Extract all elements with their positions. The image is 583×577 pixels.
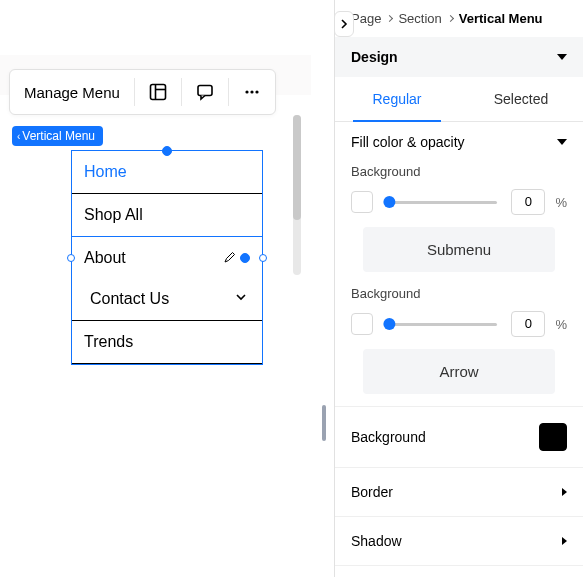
- background-control: 0 %: [351, 189, 567, 215]
- tab-label: Selected: [494, 91, 548, 107]
- color-swatch[interactable]: [351, 313, 373, 335]
- vertical-menu-element[interactable]: Home Shop All About Contact Us Trends: [71, 150, 263, 365]
- menu-item-home[interactable]: Home: [72, 151, 262, 194]
- element-toolbar: Manage Menu: [9, 69, 276, 115]
- slider-knob[interactable]: [383, 196, 395, 208]
- comment-icon[interactable]: [182, 70, 228, 114]
- menu-item-label: About: [84, 249, 126, 267]
- svg-rect-3: [198, 86, 212, 96]
- resize-handle-right[interactable]: [259, 254, 267, 262]
- menu-item-label: Trends: [84, 333, 133, 351]
- edit-pencil-icon[interactable]: [224, 249, 236, 267]
- breadcrumb: Page Section Vertical Menu: [335, 0, 583, 37]
- submenu-background-control: 0 %: [351, 311, 567, 337]
- caret-down-icon: [557, 54, 567, 60]
- element-breadcrumb-badge[interactable]: ‹ Vertical Menu: [12, 126, 103, 146]
- selection-handle[interactable]: [240, 253, 250, 263]
- svg-point-5: [250, 90, 253, 93]
- manage-menu-label: Manage Menu: [24, 84, 120, 101]
- menu-item-contact-us[interactable]: Contact Us: [72, 278, 262, 321]
- tab-selected[interactable]: Selected: [459, 77, 583, 121]
- manage-menu-button[interactable]: Manage Menu: [10, 70, 134, 114]
- design-panel: Page Section Vertical Menu Design Regula…: [335, 0, 583, 577]
- panel-scroll-indicator[interactable]: [322, 405, 326, 441]
- breadcrumb-item[interactable]: Section: [398, 11, 441, 26]
- border-label: Border: [351, 484, 393, 500]
- opacity-slider[interactable]: [387, 201, 497, 204]
- opacity-input[interactable]: 0: [511, 189, 545, 215]
- state-tabs: Regular Selected: [335, 77, 583, 122]
- menu-item-label: Contact Us: [90, 290, 169, 308]
- panel-collapse-button[interactable]: [334, 11, 354, 37]
- percent-label: %: [555, 317, 567, 332]
- fill-color-header[interactable]: Fill color & opacity: [351, 134, 567, 150]
- svg-point-4: [245, 90, 248, 93]
- percent-label: %: [555, 195, 567, 210]
- opacity-slider[interactable]: [387, 323, 497, 326]
- arrow-background-label: Background: [351, 429, 426, 445]
- breadcrumb-item-active[interactable]: Vertical Menu: [459, 11, 543, 26]
- svg-rect-0: [150, 85, 165, 100]
- chevron-down-icon: [234, 290, 248, 308]
- caret-right-icon: [562, 537, 567, 545]
- menu-item-label: Home: [84, 163, 127, 181]
- text-row[interactable]: Text: [335, 566, 583, 577]
- tab-regular[interactable]: Regular: [335, 77, 459, 121]
- color-swatch-black[interactable]: [539, 423, 567, 451]
- chevron-right-icon: [386, 15, 393, 22]
- fill-color-row: Fill color & opacity Background 0 % Subm…: [335, 122, 583, 407]
- editor-canvas[interactable]: Manage Menu ‹ Vertical Menu Home Shop Al…: [0, 0, 318, 577]
- chevron-left-icon: ‹: [17, 131, 20, 142]
- more-icon[interactable]: [229, 70, 275, 114]
- canvas-scrollbar-thumb[interactable]: [293, 115, 301, 220]
- svg-point-6: [255, 90, 258, 93]
- menu-item-label: Shop All: [84, 206, 143, 224]
- menu-item-trends[interactable]: Trends: [72, 321, 262, 364]
- caret-right-icon: [562, 488, 567, 496]
- design-section-header[interactable]: Design: [335, 37, 583, 77]
- opacity-input[interactable]: 0: [511, 311, 545, 337]
- submenu-subheader: Submenu: [363, 227, 555, 272]
- arrow-background-row[interactable]: Background: [335, 407, 583, 468]
- resize-handle-top[interactable]: [162, 146, 172, 156]
- background-label: Background: [351, 286, 567, 301]
- shadow-row[interactable]: Shadow: [335, 517, 583, 566]
- fill-color-label: Fill color & opacity: [351, 134, 465, 150]
- design-section-title: Design: [351, 49, 398, 65]
- layout-icon[interactable]: [135, 70, 181, 114]
- menu-item-shop-all[interactable]: Shop All: [72, 194, 262, 237]
- arrow-subheader: Arrow: [363, 349, 555, 394]
- shadow-label: Shadow: [351, 533, 402, 549]
- color-swatch[interactable]: [351, 191, 373, 213]
- background-label: Background: [351, 164, 567, 179]
- slider-knob[interactable]: [383, 318, 395, 330]
- resize-handle-left[interactable]: [67, 254, 75, 262]
- badge-label: Vertical Menu: [22, 129, 95, 143]
- menu-item-about[interactable]: About: [71, 236, 263, 279]
- breadcrumb-item[interactable]: Page: [351, 11, 381, 26]
- border-row[interactable]: Border: [335, 468, 583, 517]
- chevron-right-icon: [447, 15, 454, 22]
- caret-down-icon: [557, 139, 567, 145]
- tab-label: Regular: [372, 91, 421, 107]
